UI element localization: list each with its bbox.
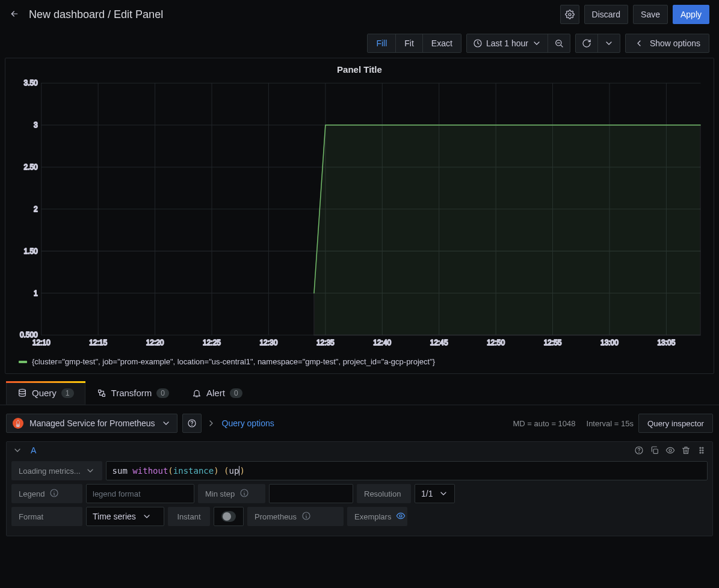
legend-label: Legend: [11, 484, 82, 503]
svg-text:12:10: 12:10: [32, 338, 51, 347]
svg-point-45: [191, 425, 192, 426]
svg-text:12:55: 12:55: [544, 338, 562, 347]
svg-text:12:40: 12:40: [373, 338, 391, 347]
refresh-icon: [582, 38, 591, 48]
clock-icon: [473, 38, 483, 48]
svg-text:12:50: 12:50: [487, 338, 505, 347]
refresh-button[interactable]: [576, 34, 597, 52]
time-range-label: Last 1 hour: [486, 38, 528, 48]
refresh-interval[interactable]: [597, 34, 620, 52]
legend[interactable]: {cluster="gmp-test", job="prom-example",…: [13, 354, 706, 371]
chart[interactable]: 0.50011.5022.5033.50 12:1012:1512:2012:2…: [13, 77, 706, 354]
exact-toggle[interactable]: Exact: [422, 34, 461, 52]
tab-alert-count: 0: [230, 388, 242, 398]
chevron-down-icon: [161, 418, 171, 428]
format-select[interactable]: Time series: [86, 507, 164, 526]
help-icon: [187, 418, 197, 428]
info-icon[interactable]: [239, 488, 249, 500]
instant-toggle[interactable]: [221, 511, 236, 522]
panel: Panel Title 0.50011.5022.5033.50 12:1012…: [5, 58, 714, 374]
datasource-name: Managed Service for Prometheus: [29, 418, 155, 428]
drag-handle[interactable]: [697, 446, 706, 455]
svg-text:3.50: 3.50: [24, 79, 38, 87]
tab-transform[interactable]: Transform 0: [85, 381, 181, 405]
svg-text:1.50: 1.50: [24, 247, 38, 256]
info-icon[interactable]: [49, 488, 59, 500]
apply-button[interactable]: Apply: [673, 5, 709, 24]
settings-button[interactable]: [560, 5, 579, 24]
prometheus-icon: [13, 418, 23, 429]
svg-text:12:30: 12:30: [260, 338, 278, 347]
show-options-button[interactable]: Show options: [625, 34, 709, 53]
svg-text:12:15: 12:15: [89, 338, 107, 347]
refresh-picker[interactable]: [575, 34, 620, 53]
tab-transform-count: 0: [156, 388, 169, 398]
breadcrumb: New dashboard / Edit Panel: [29, 8, 163, 21]
datasource-picker[interactable]: Managed Service for Prometheus: [6, 414, 177, 433]
help-icon: [634, 446, 644, 455]
fit-toggle[interactable]: Fit: [395, 34, 422, 52]
svg-point-54: [700, 452, 701, 453]
legend-input[interactable]: [86, 484, 194, 503]
metrics-browser-button[interactable]: Loading metrics...: [11, 461, 102, 480]
prometheus-label: Prometheus: [247, 507, 344, 526]
chevron-down-icon: [142, 512, 152, 521]
zoom-out-icon: [554, 38, 564, 48]
query-row-a: A Loading metrics... sum without(instanc…: [6, 441, 713, 536]
tab-alert-label: Alert: [206, 388, 225, 398]
toggle-visibility-button[interactable]: [665, 446, 675, 455]
delete-query-button[interactable]: [681, 446, 691, 455]
time-range-picker[interactable]: Last 1 hour: [466, 34, 570, 53]
resolution-label: Resolution: [357, 484, 411, 503]
drag-icon: [697, 446, 706, 455]
query-options-label: Query options: [222, 418, 274, 428]
svg-point-55: [702, 452, 703, 453]
tab-alert[interactable]: Alert 0: [181, 381, 254, 405]
datasource-row: Managed Service for Prometheus Query opt…: [0, 405, 719, 441]
save-button[interactable]: Save: [633, 5, 668, 24]
eye-icon: [396, 511, 406, 521]
zoom-out-button[interactable]: [548, 34, 570, 52]
chevron-down-icon: [85, 466, 95, 476]
legend-label: {cluster="gmp-test", job="prom-example",…: [32, 357, 435, 366]
query-ref-id[interactable]: A: [31, 446, 36, 455]
query-inspector-button[interactable]: Query inspector: [638, 414, 713, 433]
minstep-input[interactable]: [269, 484, 353, 503]
chevron-down-icon: [604, 38, 614, 48]
resolution-select[interactable]: 1/1: [415, 484, 455, 503]
exemplars-toggle[interactable]: [396, 511, 406, 522]
duplicate-query-button[interactable]: [650, 446, 659, 455]
format-value: Time series: [93, 512, 136, 521]
instant-label: Instant: [168, 507, 210, 526]
svg-text:2: 2: [34, 205, 38, 213]
metrics-browser-label: Loading metrics...: [19, 467, 81, 476]
svg-text:12:35: 12:35: [316, 338, 335, 347]
svg-text:12:45: 12:45: [430, 338, 448, 347]
bottom-tabs: Query 1 Transform 0 Alert 0: [0, 381, 719, 405]
query-expression-input[interactable]: sum without(instance) (up): [106, 461, 708, 480]
query-help-button[interactable]: [634, 446, 644, 455]
copy-icon: [650, 446, 659, 455]
discard-button[interactable]: Discard: [584, 5, 628, 24]
gear-icon: [565, 10, 575, 19]
query-options-toggle[interactable]: Query options: [206, 418, 274, 428]
tab-query-count: 1: [61, 388, 74, 398]
svg-text:12:25: 12:25: [203, 338, 221, 347]
back-button[interactable]: [10, 9, 19, 20]
legend-swatch: [19, 361, 27, 363]
fill-toggle[interactable]: Fill: [368, 34, 395, 52]
eye-icon: [665, 446, 675, 455]
svg-point-49: [669, 449, 671, 452]
svg-point-52: [700, 450, 701, 451]
info-icon[interactable]: [301, 511, 311, 522]
tab-query[interactable]: Query 1: [6, 381, 85, 405]
svg-point-51: [702, 447, 703, 449]
svg-point-0: [569, 13, 571, 16]
tab-query-label: Query: [32, 388, 57, 398]
svg-point-47: [639, 452, 640, 453]
bell-icon: [192, 388, 202, 398]
datasource-help-button[interactable]: [182, 414, 202, 433]
toolbar: Fill Fit Exact Last 1 hour Show options: [0, 29, 719, 58]
collapse-toggle-icon[interactable]: [13, 446, 22, 455]
trash-icon: [681, 446, 691, 455]
